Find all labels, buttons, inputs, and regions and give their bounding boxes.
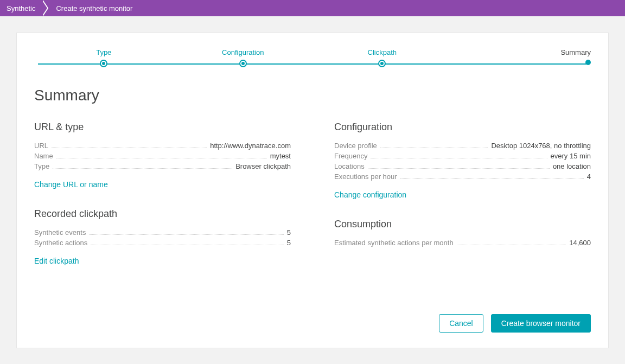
footer-actions: Cancel Create browser monitor [34, 314, 591, 333]
kv-row-url: URL http://www.dynatrace.com [34, 142, 291, 150]
kv-fill [371, 158, 547, 158]
kv-fill [380, 148, 488, 148]
kv-row-name: Name mytest [34, 152, 291, 160]
step-type[interactable]: Type [34, 48, 174, 67]
step-summary[interactable]: Summary [452, 48, 591, 67]
kv-value: 4 [587, 173, 591, 181]
kv-value: 14,600 [569, 239, 591, 247]
kv-fill [53, 168, 232, 169]
step-dot-icon [378, 60, 386, 67]
step-label: Type [96, 48, 111, 56]
breadcrumb-current: Create synthetic monitor [53, 4, 132, 12]
breadcrumb-root-label: Synthetic [7, 4, 35, 12]
cancel-button[interactable]: Cancel [439, 314, 483, 333]
kv-value: 5 [287, 228, 291, 237]
left-column: URL & type URL http://www.dynatrace.com … [34, 117, 291, 265]
page-title: Summary [34, 87, 591, 104]
breadcrumb-bar: Synthetic Create synthetic monitor [0, 0, 625, 16]
breadcrumb-separator-icon [43, 0, 53, 16]
step-dot-icon [239, 60, 247, 67]
step-dot-icon [585, 60, 591, 65]
create-monitor-button[interactable]: Create browser monitor [491, 314, 591, 333]
step-label: Configuration [222, 48, 264, 56]
wizard-stepper: Type Configuration Clickpath Summary [34, 48, 591, 67]
step-label: Clickpath [368, 48, 397, 56]
kv-value: one location [553, 162, 591, 170]
section-url-type-title: URL & type [34, 122, 291, 133]
kv-label: Synthetic actions [34, 239, 87, 247]
kv-label: Frequency [334, 152, 367, 160]
kv-fill [91, 245, 283, 245]
kv-value: Desktop 1024x768, no throttling [491, 142, 591, 150]
edit-clickpath-link[interactable]: Edit clickpath [34, 257, 79, 265]
kv-row-device-profile: Device profile Desktop 1024x768, no thro… [334, 142, 591, 150]
kv-row-type: Type Browser clickpath [34, 162, 291, 170]
section-consumption-title: Consumption [334, 219, 591, 230]
kv-row-executions: Executions per hour 4 [334, 173, 591, 181]
kv-label: Name [34, 152, 53, 160]
kv-label: Locations [334, 162, 365, 170]
step-label: Summary [560, 48, 591, 56]
kv-label: Estimated synthetic actions per month [334, 239, 454, 247]
kv-label: Device profile [334, 142, 377, 150]
kv-label: Executions per hour [334, 173, 397, 181]
kv-value: every 15 min [551, 152, 591, 160]
breadcrumb-current-label: Create synthetic monitor [56, 4, 132, 12]
kv-label: Type [34, 162, 49, 170]
kv-value: mytest [270, 152, 291, 160]
step-clickpath[interactable]: Clickpath [312, 48, 452, 67]
wizard-card: Type Configuration Clickpath Summary Sum… [16, 33, 609, 348]
kv-value: Browser clickpath [235, 162, 291, 170]
kv-fill [52, 148, 207, 148]
kv-fill [368, 168, 550, 169]
kv-label: URL [34, 142, 48, 150]
breadcrumb-root[interactable]: Synthetic [0, 0, 43, 16]
kv-row-synthetic-events: Synthetic events 5 [34, 228, 291, 237]
kv-row-locations: Locations one location [334, 162, 591, 170]
kv-fill [56, 158, 267, 158]
kv-fill [89, 234, 283, 235]
kv-row-synthetic-actions: Synthetic actions 5 [34, 239, 291, 247]
kv-label: Synthetic events [34, 228, 86, 237]
section-configuration-title: Configuration [334, 122, 591, 133]
kv-fill [457, 245, 566, 245]
right-column: Configuration Device profile Desktop 102… [334, 117, 591, 265]
kv-value: 5 [287, 239, 291, 247]
section-clickpath-title: Recorded clickpath [34, 208, 291, 220]
change-url-link[interactable]: Change URL or name [34, 180, 108, 189]
kv-row-frequency: Frequency every 15 min [334, 152, 591, 160]
step-configuration[interactable]: Configuration [174, 48, 313, 67]
step-dot-icon [100, 60, 107, 67]
kv-fill [400, 178, 584, 179]
kv-value: http://www.dynatrace.com [210, 142, 291, 150]
change-configuration-link[interactable]: Change configuration [334, 190, 406, 199]
kv-row-estimated-actions: Estimated synthetic actions per month 14… [334, 239, 591, 247]
